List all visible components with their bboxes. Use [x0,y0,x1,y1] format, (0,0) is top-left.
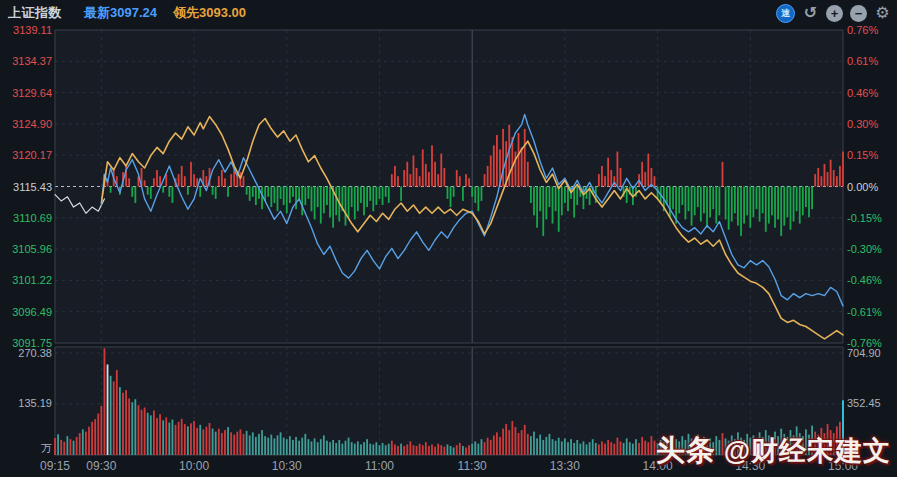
time-axis-label: 10:30 [272,461,302,472]
volume-unit-label: 万 [4,443,52,454]
time-axis-label: 13:30 [550,461,580,472]
watermark: 头条 @财经宋建文 [656,431,891,471]
percent-axis-label: 0.15% [847,150,878,161]
price-axis-label: 3129.64 [4,88,52,99]
percent-axis-label: 0.00% [847,182,878,193]
percent-axis-label: -0.61% [847,307,882,318]
percent-axis-label: 0.30% [847,119,878,130]
price-axis-label: 3124.90 [4,119,52,130]
quote-header: 上证指数 最新3097.24 领先3093.00 速↺+−⚙ [0,0,897,26]
percent-axis-label: 0.61% [847,56,878,67]
quote-speed-badge-icon[interactable]: 速 [776,4,795,23]
lead-price: 领先3093.00 [173,4,246,22]
price-axis-label: 3115.43 [4,182,52,193]
time-axis-label: 10:00 [179,461,209,472]
price-axis-label: 3101.22 [4,275,52,286]
time-axis-label: 09:30 [86,461,116,472]
time-axis-label: 11:30 [458,461,487,472]
percent-axis-label: 0.46% [847,88,878,99]
watermark-brand: 头条 [656,431,716,471]
price-axis-label: 3110.69 [4,213,52,224]
time-axis-label: 11:00 [365,461,394,472]
zoom-out-icon[interactable]: − [850,5,867,22]
volume-axis-label: 135.19 [4,398,52,409]
price-axis-label: 3105.96 [4,244,52,255]
price-axis-label: 3096.49 [4,307,52,318]
time-axis-label: 09:15 [40,461,70,472]
percent-axis-label: -0.30% [847,244,882,255]
undo-icon[interactable]: ↺ [802,5,819,22]
index-name: 上证指数 [8,4,62,22]
price-axis-label: 3139.11 [4,25,52,36]
latest-price: 最新3097.24 [84,4,157,22]
settings-gear-icon[interactable]: ⚙ [874,5,891,22]
watermark-author: @财经宋建文 [724,433,891,469]
volume-axis-label: 270.38 [4,348,52,359]
header-toolbar: 速↺+−⚙ [776,4,891,23]
volume-axis-label: 352.45 [847,398,881,409]
percent-axis-label: -0.15% [847,213,882,224]
intraday-chart-canvas[interactable] [0,0,897,477]
intraday-quote-screen: 上证指数 最新3097.24 领先3093.00 速↺+−⚙ 3139.1131… [0,0,897,477]
price-axis-label: 3120.17 [4,150,52,161]
zoom-in-icon[interactable]: + [826,5,843,22]
percent-axis-label: 0.76% [847,25,878,36]
volume-axis-label: 704.90 [847,348,881,359]
price-axis-label: 3134.37 [4,56,52,67]
percent-axis-label: -0.46% [847,275,882,286]
